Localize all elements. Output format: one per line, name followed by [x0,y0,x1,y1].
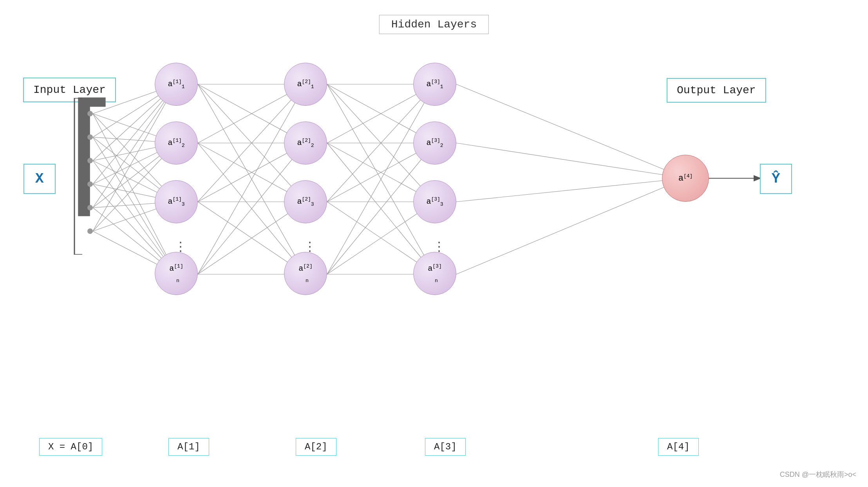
node-l2-3: a[2]3 [284,180,327,223]
node-l2-1: a[2]1 [284,63,327,106]
svg-line-59 [456,178,685,274]
x-input-box: X [24,164,56,194]
input-dot-5 [87,205,93,210]
input-dot-4 [87,181,93,187]
bottom-label-a1: A[1] [168,438,209,456]
input-dot-1 [87,111,93,116]
svg-line-27 [198,84,306,274]
node-l3-3: a[3]3 [413,180,456,223]
bottom-label-a4: A[4] [658,438,699,456]
svg-line-57 [456,143,685,178]
svg-line-36 [198,84,306,274]
watermark: CSDN @一枕眠秋雨>o< [780,470,856,479]
left-bracket [69,98,88,255]
node-l1-n: a[1]n [155,252,198,295]
hidden-layers-label: Hidden Layers [379,15,489,34]
node-l1-1: a[1]1 [155,63,198,106]
bottom-label-a3: A[3] [425,438,466,456]
node-l3-n: a[3]n [413,252,456,295]
svg-line-52 [327,84,435,274]
bottom-label-a2: A[2] [296,438,336,456]
bottom-label-x: X = A[0] [39,438,102,456]
input-dot-2 [87,134,93,140]
node-output: a[4] [662,155,709,202]
node-l2-n: a[2]n [284,252,327,295]
node-l1-2: a[1]2 [155,121,198,165]
y-hat-box: Ŷ [760,164,792,194]
node-l3-2: a[3]2 [413,121,456,165]
svg-line-43 [327,84,435,274]
svg-line-58 [456,178,685,202]
output-layer-label: Output Layer [667,78,766,103]
node-l1-3: a[1]3 [155,180,198,223]
node-l2-2: a[2]2 [284,121,327,165]
input-dot-6 [87,228,93,234]
input-dot-3 [87,158,93,163]
node-l3-1: a[3]1 [413,63,456,106]
svg-line-56 [456,84,685,178]
